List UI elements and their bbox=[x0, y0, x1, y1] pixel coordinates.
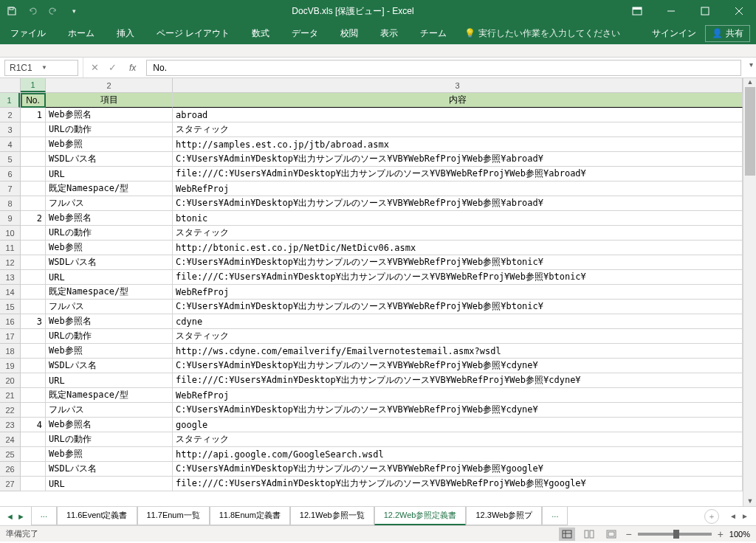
cell-item[interactable]: WSDLパス名 bbox=[46, 359, 173, 373]
cell-no[interactable] bbox=[21, 122, 46, 137]
cell-item[interactable]: 既定Namespace/型 bbox=[46, 388, 173, 403]
cell-item[interactable]: 既定Namespace/型 bbox=[46, 285, 173, 300]
cell-item[interactable]: Web参照 bbox=[46, 447, 173, 462]
row-header-23[interactable]: 23 bbox=[0, 418, 20, 432]
cell-no[interactable]: 1 bbox=[21, 108, 46, 122]
cell-value[interactable]: cdyne bbox=[173, 314, 743, 329]
fx-label[interactable]: fx bbox=[126, 63, 139, 73]
cell-no[interactable] bbox=[21, 447, 46, 462]
col-header-2[interactable]: 2 bbox=[46, 78, 173, 92]
cell-item[interactable]: フルパス bbox=[46, 300, 173, 314]
cell-no[interactable] bbox=[21, 285, 46, 300]
cell-item[interactable]: Web参照 bbox=[46, 344, 173, 359]
row-header-13[interactable]: 13 bbox=[0, 270, 20, 285]
cell-no[interactable] bbox=[21, 270, 46, 285]
redo-icon[interactable] bbox=[47, 5, 59, 17]
cell-item[interactable]: URL bbox=[46, 167, 173, 181]
undo-icon[interactable] bbox=[27, 5, 38, 17]
scroll-thumb[interactable] bbox=[745, 87, 755, 176]
tab-home[interactable]: ホーム bbox=[63, 24, 99, 43]
chevron-down-icon[interactable]: ▼ bbox=[41, 64, 73, 71]
zoom-out-button[interactable]: − bbox=[625, 528, 631, 540]
cell-no[interactable]: 3 bbox=[21, 314, 46, 329]
cell-value[interactable]: abroad bbox=[173, 108, 743, 122]
minimize-icon[interactable] bbox=[654, 0, 688, 22]
cell-no[interactable] bbox=[21, 329, 46, 344]
cell-value[interactable]: WebRefProj bbox=[173, 181, 743, 196]
cell-value[interactable]: スタティック bbox=[173, 226, 743, 241]
cell-header-no[interactable]: No. bbox=[21, 93, 46, 108]
cell-value[interactable]: btonic bbox=[173, 211, 743, 226]
scroll-down-icon[interactable]: ▼ bbox=[745, 497, 755, 506]
row-header-18[interactable]: 18 bbox=[0, 344, 20, 359]
sheet-nav-prev[interactable]: ◄ bbox=[6, 512, 14, 521]
cell-item[interactable]: WSDLパス名 bbox=[46, 462, 173, 477]
expand-formula-icon[interactable]: ▾ bbox=[749, 60, 753, 69]
row-header-6[interactable]: 6 bbox=[0, 167, 20, 181]
row-header-8[interactable]: 8 bbox=[0, 196, 20, 211]
cell-no[interactable] bbox=[21, 137, 46, 152]
sheet-tab-5[interactable]: 12.2Web参照定義書 bbox=[374, 507, 467, 525]
maximize-icon[interactable] bbox=[688, 0, 722, 22]
tab-review[interactable]: 校閲 bbox=[336, 24, 362, 43]
cell-item[interactable]: Web参照名 bbox=[46, 108, 173, 122]
row-header-1[interactable]: 1 bbox=[0, 93, 20, 108]
cell-value[interactable]: スタティック bbox=[173, 432, 743, 447]
cell-value[interactable]: C:¥Users¥Admin¥Desktop¥出力サンプルのソース¥VB¥Web… bbox=[173, 403, 743, 418]
cell-header-content[interactable]: 内容 bbox=[173, 93, 743, 108]
cell-value[interactable]: http://api.google.com/GoogleSearch.wsdl bbox=[173, 447, 743, 462]
save-icon[interactable] bbox=[6, 5, 18, 17]
row-header-2[interactable]: 2 bbox=[0, 108, 20, 122]
vertical-scrollbar[interactable]: ▲ ▼ bbox=[743, 78, 756, 506]
cell-no[interactable] bbox=[21, 359, 46, 373]
cell-no[interactable] bbox=[21, 403, 46, 418]
cell-header-item[interactable]: 項目 bbox=[46, 93, 173, 108]
sheet-tab-more-left[interactable]: ... bbox=[31, 507, 57, 525]
tell-me-search[interactable]: 💡 実行したい作業を入力してください bbox=[464, 27, 620, 40]
cell-no[interactable] bbox=[21, 181, 46, 196]
cell-item[interactable]: URL bbox=[46, 373, 173, 388]
cell-value[interactable]: WebRefProj bbox=[173, 285, 743, 300]
cell-value[interactable]: file:///C:¥Users¥Admin¥Desktop¥出力サンプルのソー… bbox=[173, 167, 743, 181]
add-sheet-button[interactable]: + bbox=[704, 509, 719, 524]
cell-item[interactable]: Web参照名 bbox=[46, 211, 173, 226]
cell-no[interactable] bbox=[21, 344, 46, 359]
cell-no[interactable] bbox=[21, 167, 46, 181]
cell-item[interactable]: URL bbox=[46, 270, 173, 285]
close-icon[interactable] bbox=[722, 0, 756, 22]
normal-view-icon[interactable] bbox=[559, 528, 575, 541]
cell-no[interactable]: 2 bbox=[21, 211, 46, 226]
row-header-16[interactable]: 16 bbox=[0, 314, 20, 329]
cell-value[interactable]: google bbox=[173, 418, 743, 432]
cell-item[interactable]: フルパス bbox=[46, 403, 173, 418]
select-all-cells[interactable] bbox=[0, 78, 21, 93]
cell-no[interactable] bbox=[21, 477, 46, 491]
hscroll-right-icon[interactable]: ► bbox=[741, 512, 752, 520]
cell-value[interactable]: C:¥Users¥Admin¥Desktop¥出力サンプルのソース¥VB¥Web… bbox=[173, 300, 743, 314]
row-header-21[interactable]: 21 bbox=[0, 388, 20, 403]
cell-value[interactable]: スタティック bbox=[173, 329, 743, 344]
row-header-4[interactable]: 4 bbox=[0, 137, 20, 152]
sheet-nav-next[interactable]: ► bbox=[17, 512, 25, 521]
row-header-11[interactable]: 11 bbox=[0, 241, 20, 255]
cell-item[interactable]: URLの動作 bbox=[46, 329, 173, 344]
cell-value[interactable]: C:¥Users¥Admin¥Desktop¥出力サンプルのソース¥VB¥Web… bbox=[173, 196, 743, 211]
cell-no[interactable] bbox=[21, 300, 46, 314]
row-header-9[interactable]: 9 bbox=[0, 211, 20, 226]
cell-value[interactable]: C:¥Users¥Admin¥Desktop¥出力サンプルのソース¥VB¥Web… bbox=[173, 359, 743, 373]
cancel-formula-icon[interactable]: ✕ bbox=[91, 62, 101, 73]
row-header-24[interactable]: 24 bbox=[0, 432, 20, 447]
qat-dropdown-icon[interactable]: ▾ bbox=[68, 5, 80, 17]
row-header-14[interactable]: 14 bbox=[0, 285, 20, 300]
cell-value[interactable]: file:///C:¥Users¥Admin¥Desktop¥出力サンプルのソー… bbox=[173, 373, 743, 388]
cell-no[interactable] bbox=[21, 196, 46, 211]
scroll-up-icon[interactable]: ▲ bbox=[745, 78, 755, 87]
cell-item[interactable]: Web参照名 bbox=[46, 418, 173, 432]
cell-item[interactable]: Web参照名 bbox=[46, 314, 173, 329]
cell-no[interactable] bbox=[21, 255, 46, 270]
row-header-19[interactable]: 19 bbox=[0, 359, 20, 373]
tab-team[interactable]: チーム bbox=[416, 24, 451, 43]
tab-data[interactable]: データ bbox=[287, 24, 323, 43]
cell-value[interactable]: C:¥Users¥Admin¥Desktop¥出力サンプルのソース¥VB¥Web… bbox=[173, 462, 743, 477]
tab-formulas[interactable]: 数式 bbox=[247, 24, 274, 43]
